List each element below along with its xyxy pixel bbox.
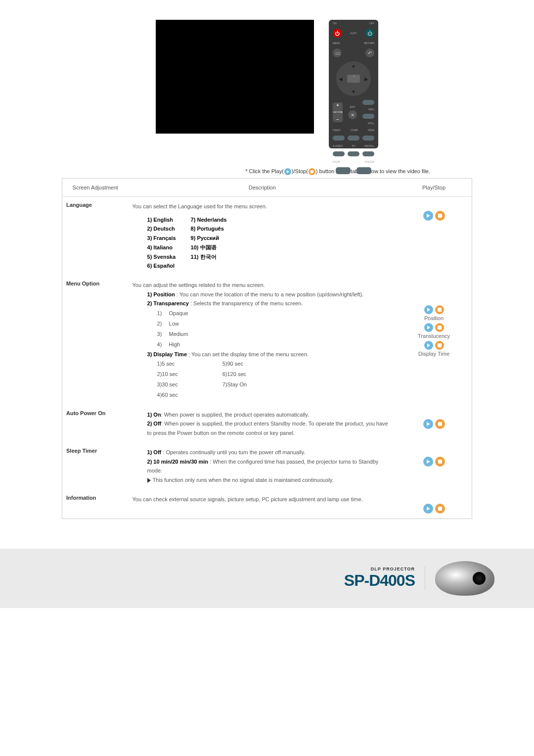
menu-option-intro: You can adjust the settings related to t… — [133, 281, 393, 290]
row-name-information: Information — [62, 490, 129, 519]
play-button[interactable] — [424, 341, 433, 350]
language-list-col2: 7) Nederlands 8) Português 9) Русский 10… — [191, 215, 227, 271]
table-row: Language You can select the Language use… — [62, 197, 472, 276]
remote-control-image: ONOFF ⏻AUTO⏻ MENURETURN ▭↶ ▲▼ ◀▶ ⏎ +V.KE… — [329, 20, 378, 148]
top-media-row: ONOFF ⏻AUTO⏻ MENURETURN ▭↶ ▲▼ ◀▶ ⏎ +V.KE… — [30, 20, 504, 148]
stop-icon — [309, 168, 315, 175]
ps-label-display-time: Display Time — [418, 351, 449, 357]
table-row: Menu Option You can adjust the settings … — [62, 276, 472, 405]
play-button[interactable] — [423, 504, 433, 514]
menu-icon: ▭ — [333, 48, 342, 57]
row-name-menu-option: Menu Option — [62, 276, 129, 405]
stop-button[interactable] — [435, 323, 444, 332]
stop-button[interactable] — [435, 211, 445, 221]
row-name-auto-power-on: Auto Power On — [62, 405, 129, 443]
stop-button[interactable] — [435, 504, 445, 514]
play-button[interactable] — [423, 211, 433, 221]
demo-video-placeholder — [156, 20, 314, 134]
settings-table: Screen Adjustment Description Play/Stop … — [62, 178, 472, 519]
transparency-options: 1)Opaque 2)Low 3)Medium 4)High — [133, 308, 393, 350]
play-icon — [284, 168, 291, 175]
stop-button[interactable] — [435, 341, 444, 350]
table-row: Auto Power On 1) On: When power is suppl… — [62, 405, 472, 443]
info-button-icon — [362, 100, 374, 105]
play-button[interactable] — [424, 323, 433, 332]
table-header-row: Screen Adjustment Description Play/Stop — [62, 179, 472, 197]
table-row: Sleep Timer 1) Off : Operates continuall… — [62, 443, 472, 490]
play-button[interactable] — [423, 457, 433, 467]
row-name-language: Language — [62, 197, 129, 276]
stop-button[interactable] — [435, 457, 445, 467]
footer-subtitle: DLP PROJECTOR — [344, 567, 415, 571]
table-row: Information You can check external sourc… — [62, 490, 472, 519]
return-icon: ↶ — [365, 48, 374, 57]
play-button[interactable] — [424, 305, 433, 314]
still-button-icon — [362, 114, 374, 119]
stop-button[interactable] — [435, 419, 445, 429]
ps-label-position: Position — [424, 315, 444, 321]
header-play-stop: Play/Stop — [396, 179, 472, 197]
exit-icon: ✕ — [348, 110, 357, 119]
keystone-rocker-icon: +V.KEY STONE− — [333, 102, 343, 122]
information-text: You can check external source signals, p… — [129, 490, 397, 519]
samsung-logo: SAMSUNG — [329, 180, 378, 185]
dpad-icon: ▲▼ ◀▶ ⏎ — [336, 61, 371, 96]
projector-image — [435, 561, 494, 596]
language-intro: You can select the Language used for the… — [133, 202, 393, 211]
ps-label-translucency: Translucency — [418, 333, 450, 339]
footer-model: SP-D400S — [344, 571, 415, 590]
power-off-icon: ⏻ — [365, 29, 374, 38]
enter-icon: ⏎ — [347, 75, 360, 83]
row-name-sleep-timer: Sleep Timer — [62, 443, 129, 490]
footer-bar: DLP PROJECTOR SP-D400S — [0, 549, 534, 608]
power-on-icon: ⏻ — [333, 29, 342, 38]
language-list-col1: 1) English 2) Deutsch 3) Français 4) Ita… — [147, 215, 176, 271]
stop-button[interactable] — [435, 305, 444, 314]
header-screen-adjustment: Screen Adjustment — [62, 179, 129, 197]
display-time-options: 1)5 sec 2)10 sec 3)30 sec 4)60 sec 5)90 … — [133, 359, 393, 400]
triangle-bullet-icon — [147, 478, 151, 483]
play-button[interactable] — [423, 419, 433, 429]
